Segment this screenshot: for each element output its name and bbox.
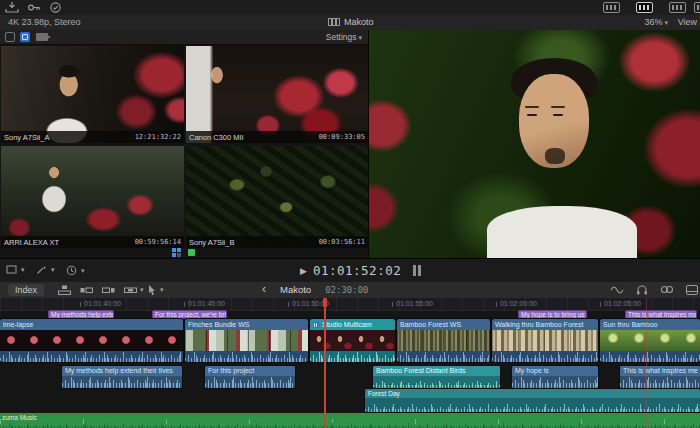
audio-clip-inspires-me[interactable]: This is what inspires me: [620, 366, 700, 388]
chevron-down-icon: ▾: [21, 266, 25, 274]
storyline-clip-sun-bamboo[interactable]: Sun thru Bamboo: [600, 319, 700, 362]
fcpx-window: 4K 23.98p, Stereo Makoto 36%▾ View Setti…: [0, 0, 700, 428]
clip-audio-waveform: [0, 351, 183, 362]
main-toolbar: [0, 0, 700, 16]
angle-bank-icon[interactable]: [188, 249, 195, 256]
subject-goatee: [545, 148, 565, 164]
audio-clip-my-methods[interactable]: My methods help extend their lives: [62, 366, 182, 388]
title-clip[interactable]: My hope is to bring us close...: [518, 310, 587, 319]
audio-clip-for-this-project[interactable]: For this project: [205, 366, 295, 388]
playhead[interactable]: [324, 298, 326, 428]
angle-tile-canon-c300[interactable]: Canon C300 MII 00:09:33:05: [186, 46, 368, 143]
chevron-down-icon: ▾: [160, 286, 164, 294]
music-waveform: [0, 419, 700, 428]
import-media-icon[interactable]: [5, 2, 19, 13]
angle-tile-sony-a7sii-a[interactable]: Sony A7Sii_A 12:21:32:22: [1, 46, 184, 143]
clip-filmstrip: [310, 330, 395, 351]
arrow-tool-icon: [148, 285, 156, 295]
angle-video-switch-icon[interactable]: [5, 32, 15, 42]
ruler-tick: 01:02:00:00: [500, 300, 537, 307]
back-chevron-icon[interactable]: ‹: [262, 283, 266, 295]
audio-waveform: [620, 376, 700, 388]
inspector-toggle-icon[interactable]: [669, 2, 686, 13]
angle-2-timecode: 00:09:33:05: [319, 133, 365, 141]
overwrite-edit-menu[interactable]: ▾: [124, 285, 144, 295]
background-tasks-icon[interactable]: [49, 2, 63, 13]
audio-clip-my-hope[interactable]: My hope is: [512, 366, 598, 388]
clip-name: Bamboo Forest Distant Birds: [373, 366, 500, 376]
timeline-options: [610, 284, 698, 295]
index-button[interactable]: Index: [8, 284, 44, 296]
tool-menu[interactable]: ▾: [148, 285, 164, 295]
snapping-icon[interactable]: [660, 285, 674, 294]
clip-audio-waveform: [397, 351, 490, 362]
clip-name: Walking thru Bamboo Forest: [495, 319, 583, 330]
timeline-history: ‹ Makoto 02:30:00: [262, 283, 369, 295]
solo-headphones-icon[interactable]: [636, 284, 648, 295]
angle-audio-video-switch-icon[interactable]: [20, 32, 30, 42]
timeline-project-name: Makoto: [280, 284, 311, 295]
angle-camera-icon[interactable]: [36, 33, 48, 41]
chevron-down-icon: ▾: [664, 19, 668, 26]
transform-popup[interactable]: ▾: [6, 265, 25, 274]
storyline-clip-walking-bamboo[interactable]: Walking thru Bamboo Forest: [492, 319, 598, 362]
storyline-clip-timelapse[interactable]: ime-lapse: [0, 319, 183, 362]
angle-tile-sony-a7sii-b[interactable]: Sony A7Sii_B 00:03:56:11: [186, 146, 368, 248]
view-menu[interactable]: View: [678, 17, 697, 27]
title-clip[interactable]: My methods help extend their lives...: [48, 310, 114, 319]
playhead-handle[interactable]: [323, 298, 327, 307]
storyline-clip-finches[interactable]: Finches Bundle WS: [185, 319, 308, 362]
clip-filmstrip: [492, 330, 598, 351]
angle-viewer: Settings▾ Sony A7Sii_A 12:21:32:22 Canon…: [0, 30, 368, 258]
clip-audio-waveform: [600, 351, 700, 362]
viewer-video-frame: [369, 30, 700, 258]
viewer-info-bar: 4K 23.98p, Stereo Makoto 36%▾ View: [0, 15, 700, 31]
angle-4-video-frame: [186, 146, 368, 248]
chevron-down-icon: ▾: [81, 267, 85, 275]
audio-meters-icon[interactable]: [413, 265, 421, 276]
append-edit-icon[interactable]: [102, 285, 115, 295]
chevron-down-icon: ▾: [358, 34, 362, 41]
storyline-clip-studio-multicam[interactable]: Studio Multicam: [310, 319, 395, 362]
clip-audio-waveform: [310, 351, 395, 362]
angle-3-video-frame: [1, 146, 184, 248]
timecode-dashboard[interactable]: ▶ 01:01:52:02: [300, 263, 421, 278]
clip-filmstrip: [185, 330, 308, 351]
angle-1-timecode: 12:21:32:22: [135, 133, 181, 141]
title-clip[interactable]: This is what inspires me...: [625, 310, 697, 319]
timeline-toggle-icon[interactable]: [636, 2, 653, 13]
clip-appearance-icon[interactable]: [686, 285, 698, 295]
title-clip[interactable]: For this project, we're bringing nature.…: [152, 310, 227, 319]
media-toggle-icon[interactable]: [694, 2, 700, 13]
music-clip[interactable]: zuma Music: [0, 413, 700, 428]
viewer-project-name: Makoto: [344, 17, 374, 27]
multicam-grid-icon[interactable]: [172, 248, 181, 257]
keyword-editor-icon[interactable]: [27, 2, 41, 13]
audio-waveform: [365, 398, 700, 412]
audio-clip-forest-day[interactable]: Forest Day: [365, 389, 700, 412]
browser-toggle-icon[interactable]: [603, 2, 620, 13]
viewer-project: Makoto: [328, 17, 374, 27]
angle-2-video-frame: [186, 46, 368, 143]
play-icon[interactable]: ▶: [300, 266, 307, 276]
clip-name: This is what inspires me: [620, 366, 700, 376]
angle-3-timecode: 00:59:56:14: [135, 238, 181, 246]
connect-edit-icon[interactable]: [58, 285, 71, 295]
angle-settings-menu[interactable]: Settings▾: [326, 32, 362, 42]
enhancements-popup[interactable]: ▾: [36, 265, 55, 275]
edit-buttons: ▾: [58, 285, 144, 295]
viewer-zoom-menu[interactable]: 36%▾: [644, 17, 668, 27]
angle-1-name: Sony A7Sii_A: [4, 133, 49, 142]
filmstrip-icon: [328, 18, 340, 26]
audio-clip-distant-birds[interactable]: Bamboo Forest Distant Birds: [373, 366, 500, 388]
angle-2-info-bar: Canon C300 MII 00:09:33:05: [186, 131, 368, 143]
angle-2-name: Canon C300 MII: [189, 133, 244, 142]
audio-skimming-icon[interactable]: [610, 285, 624, 295]
ruler-tick: 01:01:55:00: [396, 300, 433, 307]
ruler-tick: 01:01:45:00: [188, 300, 225, 307]
angle-viewer-toolbar: Settings▾: [0, 30, 368, 45]
storyline-clip-bamboo-ws[interactable]: Bamboo Forest WS: [397, 319, 490, 362]
insert-edit-icon[interactable]: [80, 285, 93, 295]
angle-tile-arri-alexa[interactable]: ARRI ALEXA XT 00:59:56:14: [1, 146, 184, 248]
retime-popup[interactable]: ▾: [66, 265, 85, 276]
